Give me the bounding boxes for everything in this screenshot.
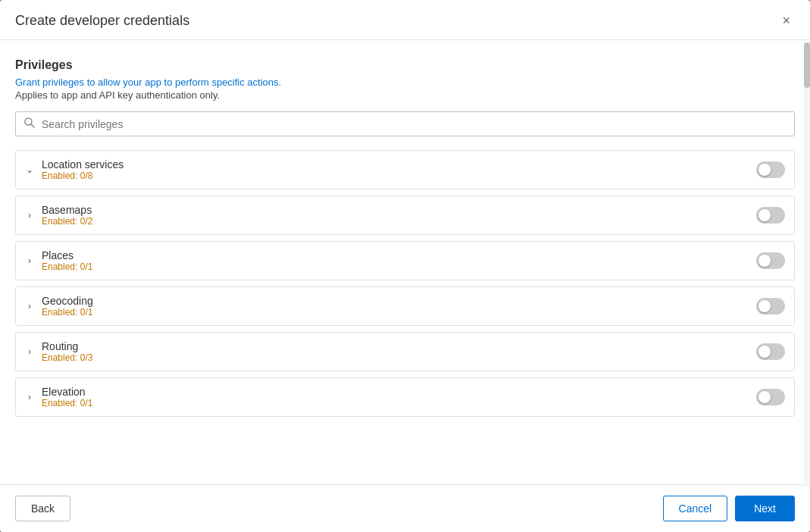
footer-actions: Cancel Next — [663, 496, 795, 521]
privilege-row: › Places Enabled: 0/1 — [15, 241, 795, 280]
group-enabled-places: Enabled: 0/1 — [42, 261, 756, 272]
modal-body: Privileges Grant privileges to allow you… — [0, 40, 810, 484]
group-name-places: Places — [42, 249, 756, 261]
scrollbar-thumb — [804, 42, 810, 88]
privileges-description: Grant privileges to allow your app to pe… — [15, 77, 795, 88]
modal-overlay: Create developer credentials × Privilege… — [0, 0, 810, 532]
toggle-thumb — [758, 346, 771, 358]
modal-footer: Back Cancel Next — [0, 484, 810, 532]
elevation-header[interactable]: › Elevation Enabled: 0/1 — [16, 378, 794, 416]
back-button[interactable]: Back — [15, 496, 70, 521]
group-name-elevation: Elevation — [42, 386, 756, 398]
places-header[interactable]: › Places Enabled: 0/1 — [16, 242, 794, 280]
group-name-geocoding: Geocoding — [42, 295, 756, 307]
search-input[interactable] — [42, 118, 787, 130]
modal-dialog: Create developer credentials × Privilege… — [0, 0, 810, 532]
geocoding-header[interactable]: › Geocoding Enabled: 0/1 — [16, 287, 794, 325]
privilege-row: › Elevation Enabled: 0/1 — [15, 377, 795, 417]
toggle-basemaps[interactable] — [756, 207, 785, 224]
toggle-thumb — [758, 391, 771, 403]
scrollbar-track[interactable] — [804, 42, 810, 487]
group-name-basemaps: Basemaps — [42, 204, 756, 216]
chevron-down-icon: ⌄ — [25, 164, 34, 175]
modal-title: Create developer credentials — [15, 13, 189, 29]
toggle-thumb — [758, 300, 771, 312]
privilege-row: › Basemaps Enabled: 0/2 — [15, 196, 795, 235]
routing-header[interactable]: › Routing Enabled: 0/3 — [16, 333, 794, 371]
toggle-thumb — [758, 255, 771, 267]
chevron-right-icon: › — [25, 392, 34, 402]
privilege-row: ⌄ Location services Enabled: 0/8 — [15, 150, 795, 189]
chevron-right-icon: › — [25, 210, 34, 221]
toggle-location-services[interactable] — [756, 161, 785, 178]
basemaps-header[interactable]: › Basemaps Enabled: 0/2 — [16, 196, 794, 234]
privilege-row: › Geocoding Enabled: 0/1 — [15, 286, 795, 326]
toggle-thumb — [758, 164, 771, 176]
search-icon — [23, 117, 36, 131]
toggle-places[interactable] — [756, 252, 785, 269]
group-enabled-routing: Enabled: 0/3 — [42, 352, 756, 363]
close-button[interactable]: × — [777, 12, 795, 29]
group-enabled-location-services: Enabled: 0/8 — [42, 171, 756, 181]
cancel-button[interactable]: Cancel — [663, 496, 728, 521]
toggle-elevation[interactable] — [756, 389, 785, 405]
location-services-header[interactable]: ⌄ Location services Enabled: 0/8 — [16, 151, 794, 189]
svg-line-1 — [31, 124, 34, 127]
chevron-right-icon: › — [25, 301, 34, 311]
privileges-title: Privileges — [15, 58, 795, 72]
group-enabled-geocoding: Enabled: 0/1 — [42, 307, 756, 318]
privilege-groups: ⌄ Location services Enabled: 0/8 — [15, 150, 795, 417]
search-bar — [15, 111, 795, 136]
next-button[interactable]: Next — [735, 496, 795, 521]
group-enabled-elevation: Enabled: 0/1 — [42, 398, 756, 408]
group-enabled-basemaps: Enabled: 0/2 — [42, 216, 756, 227]
toggle-routing[interactable] — [756, 343, 785, 360]
toggle-thumb — [758, 209, 771, 221]
group-name-location-services: Location services — [42, 158, 756, 171]
chevron-right-icon: › — [25, 346, 34, 357]
group-name-routing: Routing — [42, 340, 756, 352]
chevron-right-icon: › — [25, 255, 34, 266]
privilege-row: › Routing Enabled: 0/3 — [15, 332, 795, 371]
toggle-geocoding[interactable] — [756, 298, 785, 315]
privileges-subdesc: Applies to app and API key authenticatio… — [15, 89, 795, 101]
modal-header: Create developer credentials × — [0, 0, 810, 40]
